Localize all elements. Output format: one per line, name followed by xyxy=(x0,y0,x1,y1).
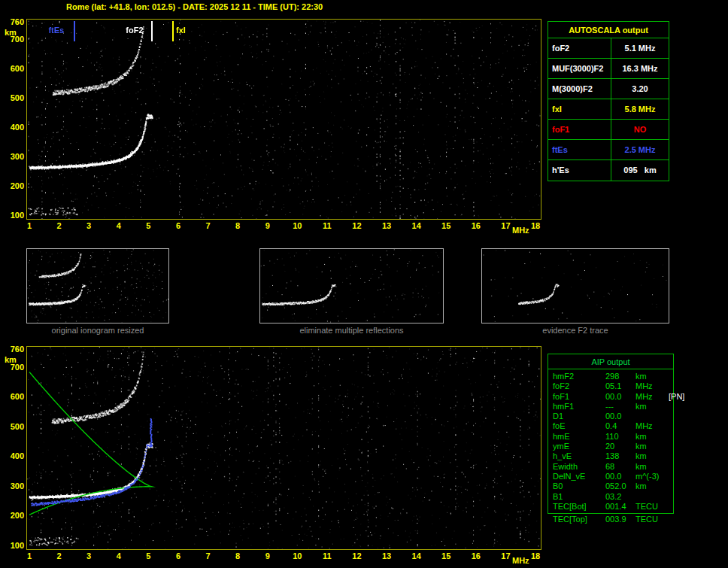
aip-row-unit: km xyxy=(635,442,669,451)
aip-row-extra xyxy=(669,442,673,451)
aip-row-name: foE xyxy=(553,421,605,431)
x-axis-unit-mhz: MHz xyxy=(512,556,529,565)
x-tick-label: 11 xyxy=(323,221,332,230)
y-tick-label: 100 xyxy=(2,211,24,220)
ionogram-plot-top xyxy=(26,19,541,220)
aip-row-unit: TECU xyxy=(635,515,669,524)
aip-row-name: hmF1 xyxy=(553,402,605,412)
y-tick-label: 760 xyxy=(2,17,24,26)
x-tick-label: 15 xyxy=(441,221,450,230)
autoscala-row-label: foF2 xyxy=(548,38,611,58)
aip-row-unit: TECU xyxy=(635,502,669,512)
ionogram-plot-bottom xyxy=(26,346,541,550)
aip-row-extra xyxy=(669,432,673,442)
aip-row-name: TEC[Bot] xyxy=(553,502,605,512)
aip-row-unit: km xyxy=(635,372,669,381)
aip-row-value: 138 xyxy=(605,451,635,461)
thumbnail-canvas-original xyxy=(27,249,168,323)
autoscala-row-fxI: fxI5.8 MHz xyxy=(548,99,669,120)
aip-row-value: --- xyxy=(605,402,635,412)
autoscala-row-M3000F2: M(3000)F23.20 xyxy=(548,79,669,99)
x-tick-label: 2 xyxy=(57,221,62,230)
aip-tec-top-row-container: TEC[Top]003.9TECU xyxy=(548,515,674,524)
x-tick-label: 18 xyxy=(531,221,540,230)
aip-row-unit: km xyxy=(635,402,669,412)
aip-row-extra xyxy=(669,451,673,461)
aip-output-panel: AIP output hmF2298kmfoF205.1MHzfoF100.0M… xyxy=(548,354,674,514)
y-tick-label: 600 xyxy=(2,392,24,401)
autoscala-row-label: fxI xyxy=(548,99,611,119)
aip-row-value: 00.0 xyxy=(605,472,635,481)
ftEs-marker-label: ftEs xyxy=(48,26,64,35)
aip-row-TECTop: TEC[Top]003.9TECU xyxy=(553,515,674,524)
y-tick-label: 500 xyxy=(2,93,24,102)
aip-row-name: h_vE xyxy=(553,451,605,461)
x-tick-label: 2 xyxy=(57,551,62,560)
aip-row-name: hmF2 xyxy=(553,372,605,381)
thumbnail-evidence-f2-trace xyxy=(481,248,669,323)
aip-row-DelNvE: DelN_vE00.0m^(-3) xyxy=(553,472,673,481)
y-tick-label: 600 xyxy=(2,64,24,73)
aip-row-name: hmE xyxy=(553,432,605,442)
aip-row-value: 05.1 xyxy=(605,381,635,391)
thumbnail-caption-original: original ionogram resized xyxy=(26,326,169,335)
aip-row-hmF2: hmF2298km xyxy=(553,372,673,381)
x-axis-unit-mhz: MHz xyxy=(512,226,529,235)
autoscala-row-label: h'Es xyxy=(548,160,611,181)
aip-row-unit: m^(-3) xyxy=(635,472,669,481)
aip-row-hvE: h_vE138km xyxy=(553,451,673,461)
autoscala-row-hEs: h'Es095 km xyxy=(548,160,669,181)
autoscala-row-value: 16.3 MHz xyxy=(611,59,669,78)
aip-row-name: foF2 xyxy=(553,381,605,391)
x-tick-label: 6 xyxy=(176,221,180,230)
x-tick-label: 4 xyxy=(117,221,121,230)
x-tick-label: 1 xyxy=(27,551,32,560)
x-tick-label: 16 xyxy=(472,551,481,560)
autoscala-app-window: Rome (lat: +41.8, lon: 012.5) - DATE: 20… xyxy=(0,0,728,568)
autoscala-row-value: 095 km xyxy=(611,160,669,181)
thumbnail-eliminate-reflections xyxy=(259,248,444,323)
aip-row-name: foF1 xyxy=(553,392,605,402)
x-tick-label: 13 xyxy=(382,221,391,230)
autoscala-row-value: 2.5 MHz xyxy=(611,140,669,159)
y-tick-label: 100 xyxy=(2,541,24,550)
aip-row-name: D1 xyxy=(553,412,605,421)
x-tick-label: 14 xyxy=(412,221,421,230)
y-tick-label: 200 xyxy=(2,181,24,190)
autoscala-row-value: NO xyxy=(611,120,669,139)
aip-row-extra xyxy=(669,502,673,512)
aip-row-extra xyxy=(669,515,674,524)
y-tick-label: 760 xyxy=(2,345,24,354)
aip-row-extra xyxy=(669,412,673,421)
x-tick-label: 12 xyxy=(352,551,361,560)
x-tick-label: 5 xyxy=(146,221,150,230)
thumbnail-original-ionogram xyxy=(26,248,169,323)
aip-row-value: 20 xyxy=(605,442,635,451)
aip-row-value: 298 xyxy=(605,372,635,381)
y-tick-label: 200 xyxy=(2,511,24,520)
aip-row-name: Ewidth xyxy=(553,462,605,472)
aip-rows: hmF2298kmfoF205.1MHzfoF100.0MHz[PN]hmF1-… xyxy=(548,369,673,513)
thumbnail-canvas-evidence-f2 xyxy=(482,249,669,323)
autoscala-output-panel: AUTOSCALA output foF25.1 MHzMUF(3000)F21… xyxy=(548,21,669,181)
aip-row-hmF1: hmF1---km xyxy=(553,402,673,412)
x-tick-label: 15 xyxy=(441,551,450,560)
aip-row-unit: km xyxy=(635,432,669,442)
aip-row-extra xyxy=(669,381,673,391)
aip-row-extra xyxy=(669,402,673,412)
y-tick-label: 400 xyxy=(2,451,24,460)
aip-row-B1: B103.2 xyxy=(553,492,673,502)
autoscala-row-label: MUF(3000)F2 xyxy=(548,59,611,78)
autoscala-row-value: 5.1 MHz xyxy=(611,38,669,58)
x-tick-label: 16 xyxy=(472,221,481,230)
aip-row-unit: km xyxy=(635,462,669,472)
aip-row-extra xyxy=(669,462,673,472)
y-axis-unit-km: km xyxy=(5,355,17,364)
aip-row-extra: [PN] xyxy=(669,392,684,402)
aip-panel-title: AIP output xyxy=(548,354,673,369)
aip-row-unit: km xyxy=(635,451,669,461)
aip-row-foE: foE0.4MHz xyxy=(553,421,673,431)
x-tick-label: 11 xyxy=(323,551,332,560)
aip-row-unit xyxy=(635,492,669,502)
y-tick-label: 300 xyxy=(2,481,24,491)
